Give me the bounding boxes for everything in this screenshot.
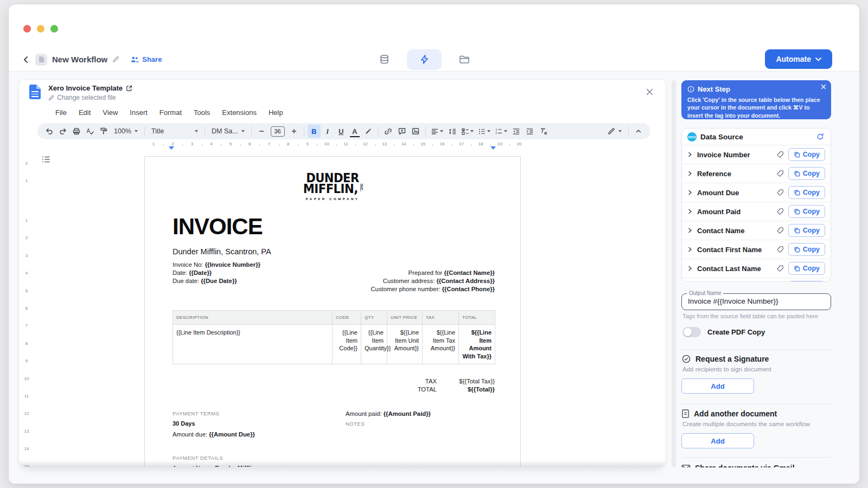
copy-button[interactable]: Copy (788, 148, 825, 161)
ruler-number: 1 (22, 178, 31, 183)
chevron-right-icon[interactable] (687, 171, 693, 176)
automate-button[interactable]: Automate (765, 49, 832, 69)
change-selected-file-button[interactable]: Change selected file (48, 94, 116, 101)
paragraph-style-select[interactable]: Title (148, 127, 201, 135)
bulleted-list-button[interactable] (476, 125, 493, 138)
text-color-button[interactable]: A (348, 125, 361, 138)
company-logo: DUNDER MIFFLIN,INC. PAPER COMPANY (302, 173, 363, 201)
back-button[interactable] (22, 55, 30, 64)
ruler-number: 1 (152, 142, 155, 146)
document-page[interactable]: DUNDER MIFFLIN,INC. PAPER COMPANY INVOIC… (144, 156, 521, 467)
data-source-row[interactable]: Copy (682, 278, 831, 282)
tag-icon[interactable] (776, 227, 784, 234)
tag-icon[interactable] (776, 208, 784, 215)
tag-icon[interactable] (776, 189, 784, 196)
tag-icon[interactable] (776, 170, 784, 177)
output-name-input[interactable]: Output Name Invoice #{{Invoice Number}} (681, 293, 831, 310)
data-source-tab[interactable] (367, 49, 401, 70)
menu-file[interactable]: File (54, 108, 68, 117)
left-indent-marker[interactable] (169, 146, 174, 150)
copy-button[interactable]: Copy (788, 186, 825, 199)
close-document-card-button[interactable] (644, 87, 655, 97)
font-size-input[interactable]: 36 (271, 126, 285, 137)
copy-button[interactable]: Copy (788, 243, 825, 256)
menu-view[interactable]: View (101, 108, 119, 117)
copy-button[interactable]: Copy (788, 224, 825, 237)
close-window-button[interactable] (23, 25, 31, 33)
add-document-button[interactable]: Add (681, 433, 754, 448)
ruler-number: 10 (22, 376, 31, 381)
share-gmail-section[interactable]: Share documents via Gmail (681, 464, 795, 467)
dismiss-banner-button[interactable] (820, 83, 827, 91)
menu-tools[interactable]: Tools (192, 108, 212, 117)
numbered-list-button[interactable]: 12 (493, 125, 509, 138)
chevron-down-icon (815, 57, 821, 61)
copy-button[interactable]: Copy (788, 281, 825, 282)
clear-formatting-button[interactable] (537, 125, 550, 138)
google-docs-icon (29, 85, 41, 99)
decrease-font-size-button[interactable] (255, 125, 268, 138)
external-link-icon[interactable] (126, 85, 132, 92)
menu-insert[interactable]: Insert (128, 108, 149, 117)
chevron-right-icon[interactable] (687, 247, 693, 252)
italic-button[interactable]: I (321, 125, 334, 138)
decrease-indent-button[interactable] (510, 125, 523, 138)
data-source-row[interactable]: Amount PaidCopy (682, 202, 831, 221)
document-outline-icon[interactable] (42, 156, 50, 163)
zoom-select[interactable]: 100% (111, 127, 141, 135)
rename-workflow-icon[interactable] (112, 56, 119, 63)
data-source-row[interactable]: Contact Last NameCopy (682, 259, 831, 278)
share-button[interactable]: Share (127, 55, 165, 64)
editing-mode-select[interactable] (604, 127, 625, 135)
copy-button[interactable]: Copy (788, 205, 825, 218)
data-source-row[interactable]: Amount DueCopy (682, 183, 831, 202)
create-pdf-toggle[interactable] (682, 327, 701, 337)
minimize-window-button[interactable] (37, 25, 44, 33)
menu-extensions[interactable]: Extensions (220, 108, 258, 117)
chevron-right-icon[interactable] (687, 228, 693, 233)
tag-icon[interactable] (776, 151, 784, 158)
highlight-color-button[interactable] (362, 125, 375, 138)
ruler-number: 8 (22, 341, 31, 346)
copy-button[interactable]: Copy (788, 167, 825, 180)
chevron-right-icon[interactable] (687, 190, 693, 195)
checklist-button[interactable] (459, 125, 476, 138)
line-spacing-button[interactable] (446, 125, 459, 138)
add-comment-button[interactable] (395, 125, 409, 138)
tag-icon[interactable] (776, 265, 784, 272)
add-signature-button[interactable]: Add (681, 378, 754, 394)
paint-format-button[interactable] (97, 125, 110, 138)
data-source-row[interactable]: Contact First NameCopy (682, 240, 831, 259)
align-button[interactable] (429, 125, 445, 138)
insert-image-button[interactable] (409, 125, 422, 138)
chevron-right-icon[interactable] (687, 152, 693, 157)
menu-edit[interactable]: Edit (77, 108, 92, 117)
scrollbar[interactable] (672, 80, 676, 467)
tag-icon[interactable] (776, 246, 784, 253)
undo-button[interactable] (43, 125, 56, 138)
menu-format[interactable]: Format (158, 108, 183, 117)
font-select[interactable]: DM Sa... (208, 127, 248, 135)
spellcheck-button[interactable]: A (84, 125, 97, 138)
maximize-window-button[interactable] (50, 25, 58, 33)
collapse-toolbar-button[interactable] (632, 125, 645, 138)
increase-font-size-button[interactable] (288, 125, 301, 138)
insert-link-button[interactable] (382, 125, 395, 138)
increase-indent-button[interactable] (524, 125, 537, 138)
data-source-row[interactable]: Contact NameCopy (682, 221, 831, 240)
chevron-right-icon[interactable] (687, 209, 693, 214)
underline-button[interactable]: U (335, 125, 348, 138)
refresh-button[interactable] (815, 132, 825, 142)
data-source-panel: xero Data Source Invoice NumberCopyRefer… (681, 128, 831, 282)
copy-button[interactable]: Copy (788, 262, 825, 275)
redo-button[interactable] (56, 125, 69, 138)
right-indent-marker[interactable] (490, 146, 496, 150)
chevron-right-icon[interactable] (687, 266, 693, 271)
data-source-row[interactable]: ReferenceCopy (682, 164, 831, 183)
data-source-row[interactable]: Invoice NumberCopy (682, 145, 831, 164)
output-folder-tab[interactable] (447, 49, 482, 70)
document-builder-tab[interactable] (407, 49, 442, 70)
menu-help[interactable]: Help (267, 108, 285, 117)
print-button[interactable] (70, 125, 83, 138)
bold-button[interactable]: B (308, 125, 321, 138)
